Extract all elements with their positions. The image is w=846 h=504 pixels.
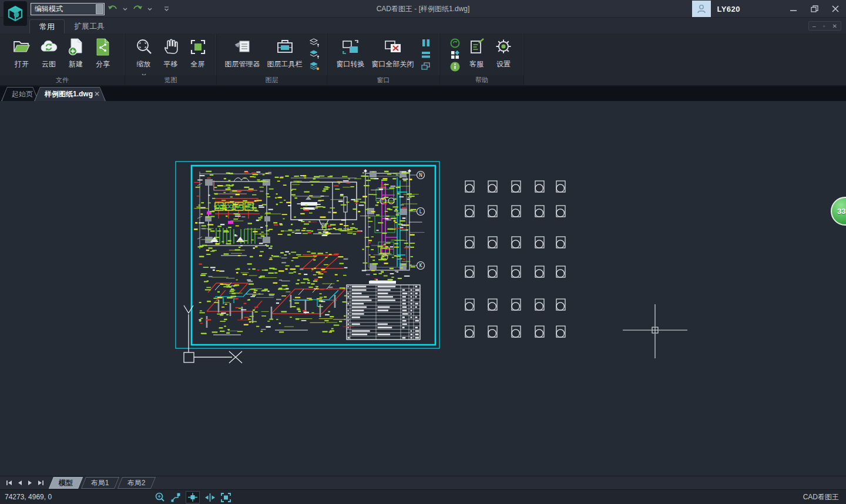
- tab-layout1[interactable]: 布局1: [81, 477, 119, 489]
- share-button[interactable]: 分享: [89, 35, 116, 69]
- polyline-mode-icon[interactable]: [170, 492, 182, 503]
- app-logo-icon[interactable]: [4, 1, 27, 26]
- group-label-view: 览图: [125, 75, 216, 85]
- fullscreen-icon: [188, 36, 208, 58]
- prev-layout-icon[interactable]: [18, 480, 22, 486]
- layer-toolbar-icon: [275, 36, 295, 58]
- cloud-drawings-button[interactable]: 云图: [35, 35, 62, 69]
- cad-drawing: N L K: [0, 101, 846, 476]
- ribbon-empty-area: [524, 33, 846, 85]
- customize-quick-access-icon[interactable]: [163, 4, 169, 14]
- pan-hand-icon: [161, 36, 181, 58]
- next-layout-icon[interactable]: [28, 480, 32, 486]
- mode-select[interactable]: 编辑模式: [31, 3, 105, 15]
- statusbar-app-label: CAD看图王: [803, 490, 839, 504]
- layer-isolate-icon[interactable]: [308, 38, 320, 48]
- status-toggles: [154, 491, 231, 503]
- tab-start-page[interactable]: 起始页: [1, 87, 39, 101]
- tab-model[interactable]: 模型: [49, 477, 83, 489]
- ribbon-tab-row: 常用 扩展工具 – ▫ ✕: [0, 18, 846, 33]
- mode-select-dropdown-icon[interactable]: [96, 4, 103, 14]
- window-small-buttons: [418, 35, 434, 72]
- ribbon-group-help: 客服 设置 帮助: [440, 33, 524, 85]
- ucs-icon: [184, 305, 242, 363]
- ribbon: 打开 云图 新建 分享: [0, 33, 846, 86]
- tab-common[interactable]: 常用: [29, 19, 65, 33]
- new-document-icon: [66, 36, 86, 58]
- layer-manager-icon: [233, 36, 253, 58]
- cascade-windows-icon[interactable]: [420, 61, 432, 72]
- info-icon[interactable]: [449, 61, 461, 72]
- ribbon-group-view: 缩放 平移 全屏 览图: [125, 33, 217, 85]
- tab-close-icon[interactable]: ✕: [94, 90, 100, 98]
- user-area[interactable]: LY620: [692, 0, 740, 18]
- crosshair-cursor: [623, 304, 687, 358]
- drawing-canvas[interactable]: N L K: [0, 101, 846, 476]
- open-button[interactable]: 打开: [8, 35, 35, 69]
- layer-small-buttons: [306, 35, 323, 72]
- check-update-icon[interactable]: [449, 38, 461, 48]
- tile-vertical-icon[interactable]: [420, 38, 432, 48]
- cursor-coordinates: 74273, 4969, 0: [5, 490, 52, 504]
- ribbon-group-window: 窗口转换 窗口全部关闭: [327, 33, 440, 85]
- layer-toolbar-button[interactable]: 图层工具栏: [264, 35, 306, 69]
- grid-bubble-n: N: [419, 173, 422, 178]
- group-label-layers: 图层: [217, 75, 327, 85]
- zoom-dropdown-icon[interactable]: [142, 70, 146, 73]
- group-label-help: 帮助: [440, 75, 523, 85]
- customer-service-icon: [466, 36, 486, 58]
- group-label-file: 文件: [0, 75, 125, 85]
- tab-sample-drawing[interactable]: 样例图纸1.dwg ✕: [34, 87, 106, 101]
- zoom-magnifier-icon: [134, 36, 154, 58]
- window-title: CAD看图王 - [样例图纸1.dwg]: [235, 0, 611, 18]
- grid-bubble-l: L: [419, 209, 422, 214]
- share-icon: [93, 36, 113, 58]
- layout-nav: [0, 480, 51, 486]
- block-symbol-grid: [465, 181, 565, 337]
- status-bar: 74273, 4969, 0 CAD看图王: [0, 489, 846, 504]
- undo-dropdown-icon[interactable]: [122, 4, 128, 14]
- close-all-windows-button[interactable]: 窗口全部关闭: [368, 35, 418, 69]
- undo-button[interactable]: [107, 4, 119, 14]
- redo-dropdown-icon[interactable]: [147, 4, 153, 14]
- user-avatar[interactable]: [692, 1, 711, 17]
- document-tab-bar: 起始页 样例图纸1.dwg ✕: [0, 86, 846, 101]
- group-label-window: 窗口: [327, 75, 439, 85]
- window-controls: [783, 0, 846, 18]
- zoom-extents-icon[interactable]: [154, 492, 166, 503]
- close-button[interactable]: [825, 0, 846, 18]
- customer-service-button[interactable]: 客服: [463, 35, 490, 69]
- layer-manager-button[interactable]: 图层管理器: [221, 35, 264, 69]
- first-layout-icon[interactable]: [6, 480, 12, 486]
- ribbon-group-file: 打开 云图 新建 分享: [0, 33, 125, 85]
- tab-extended-tools[interactable]: 扩展工具: [65, 19, 114, 33]
- layer-previous-icon[interactable]: [308, 61, 320, 72]
- username[interactable]: LY620: [717, 5, 740, 14]
- crosshair-mode-icon[interactable]: [186, 491, 200, 503]
- tile-horizontal-icon[interactable]: [420, 49, 432, 60]
- fullscreen-button[interactable]: 全屏: [184, 35, 212, 69]
- layer-on-icon[interactable]: [308, 49, 320, 60]
- fullscreen-toggle-icon[interactable]: [220, 492, 231, 503]
- tab-layout2[interactable]: 布局2: [118, 477, 156, 489]
- open-folder-icon: [12, 36, 32, 58]
- doc-restore-icon[interactable]: ▫: [823, 23, 825, 29]
- settings-button[interactable]: 设置: [490, 35, 517, 69]
- doc-minimize-icon[interactable]: –: [813, 23, 816, 29]
- grid-bubble-k: K: [419, 263, 422, 268]
- doc-close-icon[interactable]: ✕: [832, 23, 837, 29]
- last-layout-icon[interactable]: [38, 480, 44, 486]
- new-button[interactable]: 新建: [62, 35, 89, 69]
- help-small-buttons: [446, 35, 463, 72]
- redo-button[interactable]: [132, 4, 143, 14]
- feature-grid-icon[interactable]: [449, 49, 461, 60]
- layout-tab-bar: 模型 布局1 布局2: [0, 476, 846, 489]
- zoom-button[interactable]: 缩放: [130, 35, 157, 73]
- window-switch-button[interactable]: 窗口转换: [333, 35, 368, 69]
- object-snap-icon[interactable]: [204, 492, 216, 503]
- minimize-button[interactable]: [783, 0, 804, 18]
- pan-button[interactable]: 平移: [157, 35, 184, 69]
- app-window: 编辑模式 CAD看图王 - [样例图纸1.dwg]: [0, 0, 846, 504]
- restore-button[interactable]: [804, 0, 825, 18]
- document-window-controls: – ▫ ✕: [808, 21, 841, 31]
